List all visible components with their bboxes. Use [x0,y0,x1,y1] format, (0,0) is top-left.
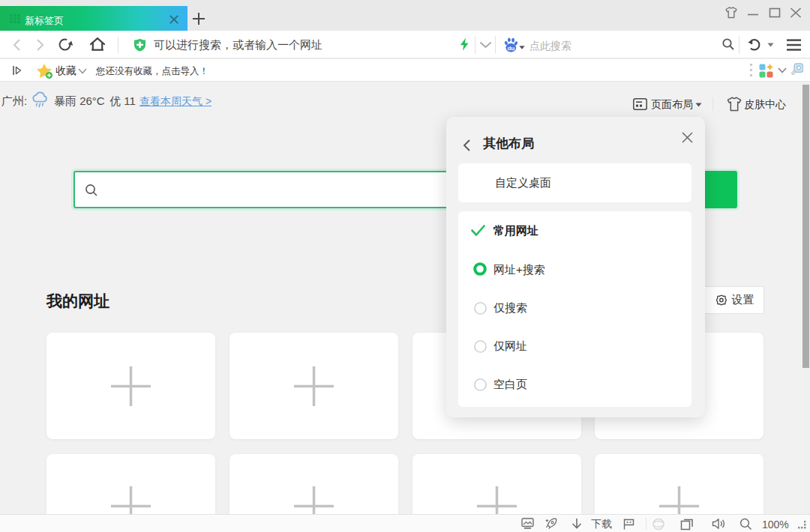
svg-text:du: du [507,45,514,52]
